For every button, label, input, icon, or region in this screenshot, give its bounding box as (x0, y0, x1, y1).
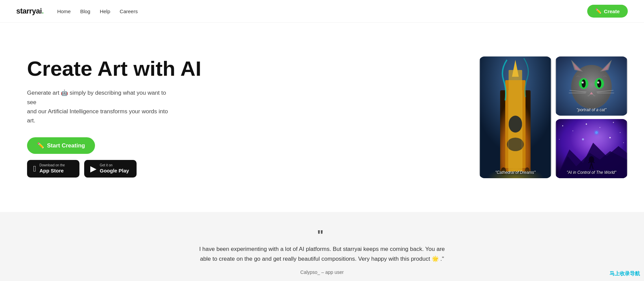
app-store-button[interactable]:  Download on the App Store (27, 160, 79, 178)
svg-point-35 (613, 122, 614, 123)
art-card-cathedral-label: "Cathedral of Dreams" (479, 170, 552, 175)
svg-point-37 (559, 139, 560, 140)
art-card-world: "AI in Control of The World" (555, 119, 628, 178)
start-creating-label: Start Creating (47, 142, 85, 149)
logo-text: starryai (16, 7, 42, 15)
hero-content: Create Art with AI Generate art 🤖 simply… (27, 57, 201, 177)
nav-link-careers[interactable]: Careers (120, 8, 138, 14)
logo-dot: . (42, 7, 44, 15)
svg-point-21 (597, 79, 601, 88)
navbar: starryai. Home Blog Help Careers ✏️ Crea… (0, 0, 644, 23)
hero-subtitle-line1: Generate art 🤖 simply by describing what… (27, 90, 166, 105)
art-card-world-label: "AI in Control of The World" (555, 170, 628, 175)
navbar-left: starryai. Home Blog Help Careers (16, 7, 138, 16)
art-card-cat: "portrait of a cat" (555, 56, 628, 116)
svg-point-42 (582, 138, 584, 140)
store-buttons:  Download on the App Store ▶ Get it on … (27, 160, 201, 178)
testimonial-author: Calypso_ – app user (7, 270, 637, 275)
create-button[interactable]: ✏️ Create (587, 5, 628, 18)
start-creating-icon: ✏️ (37, 142, 44, 149)
svg-point-39 (623, 142, 624, 143)
logo: starryai. (16, 7, 44, 16)
hero-actions: ✏️ Start Creating  Download on the App … (27, 137, 201, 178)
art-cards-grid: "Cathedral of Dreams" (479, 56, 628, 178)
svg-point-38 (610, 137, 611, 138)
svg-point-5 (509, 116, 522, 133)
create-icon: ✏️ (595, 8, 602, 14)
app-store-small: Download on the (40, 163, 65, 167)
corner-watermark: 马上收录导航 (610, 271, 640, 277)
svg-point-23 (597, 81, 599, 84)
google-play-icon: ▶ (90, 164, 96, 173)
svg-point-32 (573, 131, 573, 131)
testimonial-section: " I have been experimenting with a lot o… (0, 212, 644, 281)
google-play-small: Get it on (100, 163, 129, 167)
hero-title: Create Art with AI (27, 57, 201, 80)
quote-mark: " (317, 228, 324, 242)
google-play-button[interactable]: ▶ Get it on Google Play (84, 160, 137, 178)
app-store-large: App Store (40, 167, 65, 174)
hero-subtitle-line2: and our Artificial Intelligence transfor… (27, 108, 168, 124)
google-play-large: Google Play (100, 167, 129, 174)
svg-point-41 (594, 130, 599, 135)
google-play-text: Get it on Google Play (100, 163, 129, 174)
create-button-label: Create (604, 8, 620, 14)
start-creating-button[interactable]: ✏️ Start Creating (27, 137, 95, 154)
svg-point-6 (507, 138, 524, 151)
svg-point-33 (586, 123, 587, 125)
svg-point-13 (571, 65, 612, 109)
art-card-cat-label: "portrait of a cat" (555, 108, 628, 112)
testimonial-text: I have been experimenting with a lot of … (194, 244, 451, 264)
svg-point-20 (582, 79, 586, 88)
svg-point-36 (620, 132, 621, 133)
hero-section: Create Art with AI Generate art 🤖 simply… (0, 23, 644, 212)
art-card-cathedral: "Cathedral of Dreams" (479, 56, 552, 178)
nav-link-help[interactable]: Help (100, 8, 110, 14)
nav-link-home[interactable]: Home (57, 8, 71, 14)
svg-point-34 (600, 127, 600, 128)
nav-links: Home Blog Help Careers (57, 8, 138, 14)
apple-icon:  (33, 164, 36, 173)
testimonial-content: " I have been experimenting with a lot o… (7, 228, 637, 275)
app-store-text: Download on the App Store (40, 163, 65, 174)
hero-subtitle: Generate art 🤖 simply by describing what… (27, 88, 176, 125)
svg-point-22 (582, 81, 584, 84)
nav-link-blog[interactable]: Blog (80, 8, 90, 14)
svg-point-31 (562, 125, 563, 126)
